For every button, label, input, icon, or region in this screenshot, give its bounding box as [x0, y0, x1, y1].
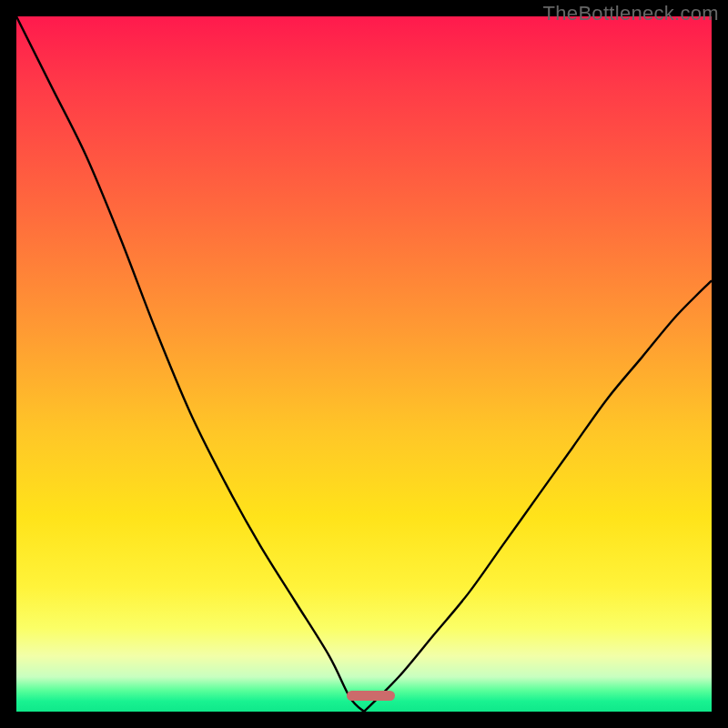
left-branch	[16, 16, 364, 712]
plot-frame	[16, 16, 712, 712]
minimum-marker	[347, 691, 395, 701]
chart-root: TheBottleneck.com	[0, 0, 728, 728]
bottleneck-curve	[16, 16, 712, 712]
right-branch	[364, 280, 712, 712]
watermark-label: TheBottleneck.com	[543, 2, 719, 25]
